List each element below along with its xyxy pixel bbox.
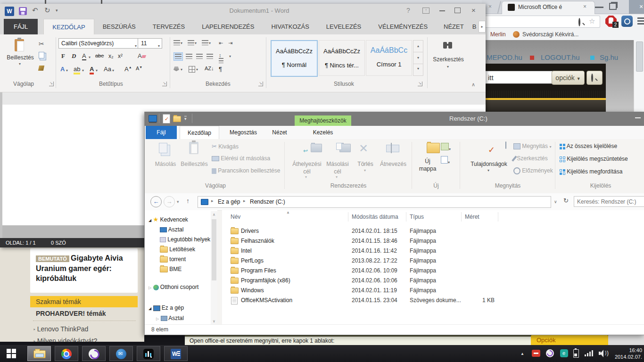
page-indicator[interactable]: OLDAL: 1 / 1 <box>6 240 36 246</box>
editing-button[interactable]: Szerkesztés ▾ <box>434 40 463 75</box>
ribbon-display-icon[interactable]: ↑ <box>422 8 429 14</box>
font-color-button[interactable]: A <box>90 66 94 74</box>
scroll-up-icon[interactable]: ∧ <box>211 211 217 218</box>
styles-dialog-launcher[interactable]: ↘ <box>418 82 422 86</box>
extension-icon[interactable] <box>621 16 633 27</box>
minimize-icon[interactable] <box>595 7 603 8</box>
outdent-button[interactable]: ⇤ <box>219 40 223 46</box>
style-normal[interactable]: AaÁáBbCcZz ¶ Normál <box>271 40 318 77</box>
line-spacing-button[interactable]: ↕ <box>219 52 223 64</box>
edit-button[interactable]: Szerkesztés <box>513 155 548 162</box>
paragraph-dialog-launcher[interactable]: ↘ <box>258 82 263 86</box>
properties-button[interactable]: ✓ Tulajdonságok ▾ <box>467 142 511 180</box>
tray-red-icon[interactable] <box>532 350 540 357</box>
tray-expand-icon[interactable]: ▲ <box>520 352 524 356</box>
qat-customize-icon[interactable]: ▾ <box>56 8 58 13</box>
tab-tervezes[interactable]: TERVEZÉS <box>144 19 193 34</box>
styles-scroll-up-icon[interactable]: ▴ <box>413 41 423 52</box>
scroll-down-icon[interactable]: ∨ <box>211 319 217 323</box>
file-row[interactable]: Program Files 2014.02.06. 10:09Fájlmappa <box>222 266 644 276</box>
clear-format-icon[interactable]: A <box>138 52 142 59</box>
tab-velemenyezes[interactable]: VÉLEMÉNYEZÉS <box>370 19 436 34</box>
copy-button[interactable]: Másolás <box>152 142 179 176</box>
recent-locations-icon[interactable]: ▾ <box>177 199 179 204</box>
rename-button[interactable]: Átnevezés <box>378 142 409 180</box>
qat-newfolder-icon[interactable] <box>173 116 181 122</box>
change-case-dropdown[interactable]: ▾ <box>112 68 114 73</box>
move-to-button[interactable]: ↩ Áthelyezési cél ▾ <box>292 142 322 180</box>
tray-volume-icon[interactable]: )) <box>599 349 609 357</box>
justify-button[interactable] <box>206 54 213 59</box>
copy-path-button[interactable]: Elérési út másolása <box>212 155 270 162</box>
select-none-button[interactable]: Kijelölés megszüntetése <box>560 156 628 162</box>
select-all-button[interactable]: Az összes kijelölése <box>560 143 617 149</box>
file-row[interactable]: Windows 2014.02.01. 11:19Fájlmappa <box>222 286 644 296</box>
tab-hivatkozas[interactable]: HIVATKOZÁS <box>263 19 317 34</box>
numbering-button[interactable] <box>188 40 194 45</box>
file-row[interactable]: Felhasználók 2014.01.15. 18:46Fájlmappa <box>222 236 644 246</box>
file-row[interactable]: PerfLogs 2013.08.22. 17:22Fájlmappa <box>222 256 644 266</box>
page-link[interactable]: MEPOD.hu <box>487 53 522 61</box>
file-row[interactable]: Drivers 2014.02.01. 18:15Fájlmappa <box>222 226 644 236</box>
indent-button[interactable]: ⇥ <box>228 40 232 46</box>
paste-shortcut-button[interactable]: Parancsikon beillesztése <box>212 167 280 174</box>
explorer-titlebar[interactable]: ✓ ▾ Rendszer (C:) Meghajtóeszközök <box>145 112 644 126</box>
file-row[interactable]: Intel 2014.01.16. 11:42Fájlmappa <box>222 246 644 256</box>
styles-more-icon[interactable]: ▾ <box>413 64 423 75</box>
qat-properties-icon[interactable]: ✓ <box>163 114 170 123</box>
word-close-icon[interactable]: × <box>471 6 476 14</box>
sort-button[interactable]: AZ↓ <box>205 66 214 71</box>
word-count[interactable]: 0 SZÓ <box>51 240 66 246</box>
highlight-button[interactable]: ab <box>74 66 80 74</box>
cut-button[interactable]: ✂ Kivágás <box>212 143 239 150</box>
sidebar-link[interactable]: ‣ Lenovo ThinkPad <box>33 325 88 333</box>
page-options-button[interactable]: opciók ▼ <box>552 71 585 85</box>
copy-to-button[interactable]: Másolási cél ▾ <box>324 142 351 180</box>
tab-nezet[interactable]: NÉZET <box>436 19 471 34</box>
align-right-button[interactable] <box>196 54 203 59</box>
tab-file[interactable]: Fájl <box>146 126 177 139</box>
column-size[interactable]: Méret <box>465 214 479 220</box>
background-tab-close-icon[interactable]: × <box>488 3 492 10</box>
word-minimize-icon[interactable] <box>439 10 445 11</box>
taskbar-chrome-button[interactable] <box>55 346 78 361</box>
explorer-minimize-icon[interactable] <box>635 117 641 118</box>
nav-thispc[interactable]: ◢ Ez a gép <box>149 304 184 311</box>
page-search-input[interactable] <box>485 71 553 84</box>
start-button[interactable] <box>4 347 23 360</box>
restore-icon[interactable] <box>609 3 617 10</box>
tab-home[interactable]: Kezdőlap <box>180 126 219 139</box>
tray-eset-icon[interactable]: e <box>560 349 568 357</box>
page-options-tab[interactable]: Opciók <box>531 335 608 345</box>
explorer-search-input[interactable] <box>574 196 644 207</box>
nav-homegroup[interactable]: ▷ Otthoni csoport <box>149 284 198 290</box>
borders-button[interactable] <box>189 66 195 73</box>
styles-scroll-down-icon[interactable]: ▾ <box>413 52 423 64</box>
nav-favorites[interactable]: ◢ ★ Kedvencek <box>149 216 188 223</box>
style-no-spacing[interactable]: AaÁáBbCcZz ¶ Nincs tér... <box>319 40 365 76</box>
font-name-combo[interactable]: Calibri (Szövegtörzs)▾ <box>58 38 139 49</box>
tab-overflow-partial[interactable]: B <box>471 19 478 34</box>
tray-clock[interactable]: 16:40 2014.02.07. <box>611 347 642 360</box>
clipboard-dialog-launcher[interactable]: ↘ <box>49 82 54 86</box>
refresh-icon[interactable]: ↻ <box>563 197 569 204</box>
page-scrollbar[interactable] <box>634 40 644 112</box>
forward-button[interactable]: → <box>164 196 175 207</box>
page-search-button[interactable] <box>586 71 603 85</box>
nav-desktop[interactable]: Asztal <box>160 226 183 233</box>
tab-share[interactable]: Megosztás <box>223 126 264 139</box>
breadcrumb[interactable]: ▸ Ez a gép ▸ Rendszer (C:) <box>198 196 551 208</box>
tab-beszuras[interactable]: BESZÚRÁS <box>94 19 144 34</box>
article-card[interactable]: BEMUTATÓ Gigabyte Aivia Uranium gamer eg… <box>30 248 138 293</box>
up-button[interactable]: ↑ <box>186 197 190 205</box>
nav-desktop2[interactable]: ▷ Asztal <box>156 315 184 321</box>
breadcrumb-root[interactable]: Ez a gép <box>218 198 240 205</box>
grow-font-button[interactable]: A▲ <box>124 66 132 73</box>
scrollbar-thumb[interactable] <box>636 41 643 72</box>
nav-recent[interactable]: Legutóbbi helyek <box>160 236 210 243</box>
page-link[interactable]: LOGOUT.hu <box>541 53 580 61</box>
close-button[interactable]: × <box>629 0 644 14</box>
cut-icon[interactable]: ✂ <box>39 40 44 48</box>
history-button[interactable]: Előzmények <box>513 167 553 174</box>
taskbar-media-button[interactable] <box>137 346 160 361</box>
